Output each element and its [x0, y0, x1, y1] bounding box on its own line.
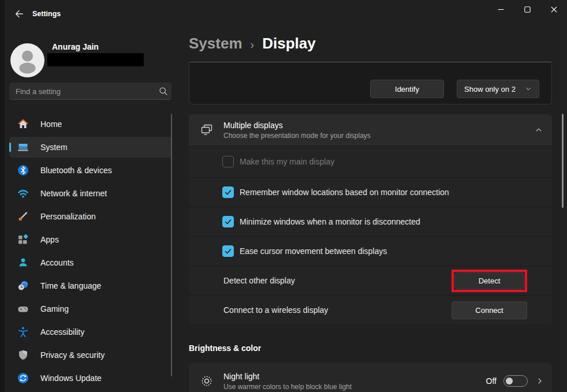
desktop-edge-strip	[0, 0, 5, 392]
night-light-icon	[200, 375, 213, 387]
system-icon	[17, 141, 29, 153]
minimize-button[interactable]	[487, 0, 514, 18]
ease-cursor-checkbox[interactable]	[222, 245, 234, 257]
sidebar-item-accounts[interactable]: Accounts	[9, 252, 171, 273]
wireless-display-label: Connect to a wireless display	[223, 305, 328, 315]
accessibility-icon	[17, 326, 29, 338]
sidebar-item-time-language[interactable]: Time & language	[9, 275, 171, 296]
sidebar-item-system[interactable]: System	[9, 137, 171, 158]
close-icon	[551, 6, 557, 13]
network-icon	[17, 188, 29, 199]
make-main-display-checkbox[interactable]	[222, 156, 234, 167]
sidebar-item-label: System	[40, 143, 68, 152]
identify-button[interactable]: Identify	[370, 80, 444, 98]
detect-display-row: Detect other display Detect	[189, 266, 552, 295]
back-arrow-icon	[14, 9, 24, 19]
gaming-icon	[17, 303, 29, 315]
page-title: Display	[262, 35, 316, 53]
sidebar-item-apps[interactable]: Apps	[9, 229, 171, 250]
multiple-displays-header[interactable]: Multiple displays Choose the presentatio…	[189, 114, 552, 145]
search-icon[interactable]	[156, 87, 171, 96]
sidebar-item-gaming[interactable]: Gaming	[9, 298, 171, 319]
sidebar-item-network-internet[interactable]: Network & internet	[9, 183, 171, 204]
sidebar-item-label: Time & language	[40, 281, 101, 290]
multiple-displays-group: Multiple displays Choose the presentatio…	[189, 114, 552, 324]
sidebar-item-label: Network & internet	[40, 189, 107, 198]
search-box[interactable]	[9, 83, 171, 100]
sidebar-scrollbar[interactable]	[171, 114, 172, 376]
titlebar: Settings	[5, 0, 567, 28]
apps-icon	[17, 234, 29, 245]
multiple-displays-subtitle: Choose the presentation mode for your di…	[223, 132, 371, 140]
night-light-state: Off	[486, 376, 497, 386]
home-icon	[17, 118, 29, 130]
user-name: Anurag Jain	[52, 42, 99, 51]
search-input[interactable]	[10, 87, 156, 96]
wireless-display-row: Connect to a wireless display Connect	[189, 295, 552, 324]
bluetooth-icon	[17, 165, 29, 176]
night-light-subtitle: Use warmer colors to help block blue lig…	[223, 383, 486, 391]
breadcrumb-separator: ›	[251, 38, 255, 51]
minimize-icon	[498, 6, 504, 13]
close-button[interactable]	[540, 0, 567, 18]
brightness-color-heading: Brightness & color	[189, 344, 261, 353]
sidebar-item-windows-update[interactable]: Windows Update	[9, 368, 171, 389]
connect-button[interactable]: Connect	[452, 301, 527, 319]
make-main-display-label: Make this my main display	[240, 157, 334, 166]
maximize-button[interactable]	[514, 0, 540, 18]
display-arrangement-card: Identify Show only on 2	[189, 62, 552, 104]
toggle-knob	[506, 378, 513, 384]
multiple-displays-text: Multiple displays Choose the presentatio…	[223, 121, 371, 140]
multiple-displays-icon	[200, 123, 214, 137]
back-button[interactable]	[9, 6, 29, 22]
red-highlight-annotation: Detect	[452, 270, 527, 292]
avatar[interactable]	[10, 43, 44, 77]
privacy-shield-icon	[17, 349, 29, 361]
sidebar-item-accessibility[interactable]: Accessibility	[9, 322, 171, 342]
night-light-title: Night light	[223, 372, 486, 381]
sidebar-item-home[interactable]: Home	[9, 114, 171, 135]
content-scrollbar[interactable]	[562, 114, 564, 208]
sidebar-item-label: Windows Update	[40, 374, 102, 383]
maximize-icon	[524, 6, 531, 13]
breadcrumb-system[interactable]: System	[189, 35, 243, 53]
sidebar-item-label: Accessibility	[40, 327, 84, 337]
chevron-up-icon[interactable]	[535, 126, 543, 134]
main-display-row: Make this my main display	[189, 145, 552, 177]
window-title: Settings	[32, 10, 61, 18]
sidebar-item-label: Accounts	[40, 258, 74, 267]
sidebar-item-label: Personalization	[40, 212, 96, 221]
ease-cursor-label: Ease cursor movement between displays	[240, 247, 387, 256]
show-only-value: Show only on 2	[464, 85, 516, 94]
main-content: System › Display Identify Show only on 2	[189, 28, 552, 392]
night-light-toggle[interactable]	[503, 375, 528, 387]
personalization-icon	[17, 211, 29, 222]
detect-button[interactable]: Detect	[454, 272, 524, 289]
settings-window: Settings Anurag Jain	[0, 0, 567, 392]
sidebar: Anurag Jain Home	[5, 28, 179, 392]
remember-locations-checkbox[interactable]	[222, 186, 234, 198]
sidebar-item-label: Privacy & security	[40, 350, 105, 360]
breadcrumb: System › Display	[189, 35, 316, 53]
sidebar-item-personalization[interactable]: Personalization	[9, 206, 171, 227]
chevron-right-icon[interactable]	[536, 377, 544, 385]
sidebar-item-privacy-security[interactable]: Privacy & security	[9, 345, 171, 365]
multiple-displays-title: Multiple displays	[223, 121, 371, 130]
sidebar-item-bluetooth-devices[interactable]: Bluetooth & devices	[9, 160, 171, 181]
windows-update-icon	[17, 372, 29, 384]
minimize-windows-row: Minimize windows when a monitor is disco…	[189, 207, 552, 236]
remember-locations-row: Remember window locations based on monit…	[189, 177, 552, 207]
accounts-icon	[17, 257, 29, 268]
minimize-windows-checkbox[interactable]	[222, 216, 234, 227]
selected-indicator	[9, 143, 11, 152]
chevron-down-icon	[525, 85, 532, 92]
sidebar-nav: Home System Bluetooth & devices	[9, 114, 171, 391]
redacted-email	[47, 53, 144, 66]
caption-buttons	[487, 0, 567, 18]
sidebar-item-label: Gaming	[40, 304, 69, 313]
detect-display-label: Detect other display	[223, 276, 295, 285]
night-light-card[interactable]: Night light Use warmer colors to help bl…	[189, 363, 552, 392]
ease-cursor-row: Ease cursor movement between displays	[189, 236, 552, 266]
show-only-dropdown[interactable]: Show only on 2	[457, 80, 539, 98]
remember-locations-label: Remember window locations based on monit…	[240, 188, 449, 197]
